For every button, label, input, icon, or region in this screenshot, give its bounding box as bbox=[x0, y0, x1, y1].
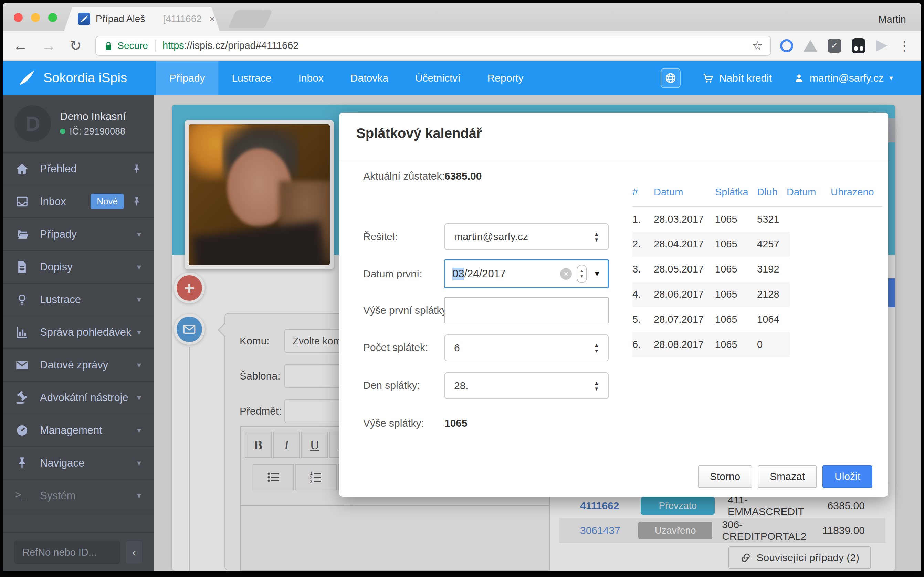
brand-name: Sokordia iSpis bbox=[44, 71, 127, 85]
first-amount-input[interactable] bbox=[444, 297, 609, 324]
sidebar-item-system[interactable]: >_ Systém ▾ bbox=[3, 480, 154, 512]
sail-logo-icon bbox=[16, 70, 37, 86]
tab-title: Případ Aleš bbox=[96, 13, 145, 24]
stepper-icon[interactable]: ▲▼ bbox=[577, 264, 587, 283]
datepicker-dropdown-icon[interactable]: ▼ bbox=[593, 269, 601, 278]
count-select[interactable]: 6 ▲▼ bbox=[444, 334, 609, 361]
traffic-lights bbox=[14, 13, 57, 22]
navbar-right: Nabít kredit martin@sarfy.cz ▾ bbox=[661, 61, 893, 95]
bookmark-star-icon[interactable]: ☆ bbox=[752, 39, 763, 53]
chevron-down-icon: ▾ bbox=[137, 262, 141, 272]
browser-toolbar: ← → ↻ Secure https ://ispis.cz/pripad#41… bbox=[3, 31, 921, 61]
sidebar-item-lustrace[interactable]: Lustrace ▾ bbox=[3, 284, 154, 316]
count-label: Počet splátek: bbox=[363, 342, 428, 353]
forward-icon[interactable]: → bbox=[41, 39, 56, 53]
url-separator bbox=[155, 40, 156, 52]
chevron-down-icon: ▾ bbox=[889, 74, 893, 82]
tab-close-icon[interactable]: × bbox=[209, 14, 215, 24]
back-icon[interactable]: ← bbox=[13, 39, 27, 53]
credit-label: Nabít kredit bbox=[719, 72, 772, 84]
org-ic-line: IČ: 29190088 bbox=[60, 126, 126, 137]
owl-extension-icon[interactable] bbox=[852, 38, 866, 53]
pin-icon[interactable] bbox=[131, 197, 142, 207]
delete-button[interactable]: Smazat bbox=[758, 465, 817, 488]
schedule-row: 4.28.06.2017 10652128 bbox=[632, 282, 790, 307]
save-button[interactable]: Uložit bbox=[822, 465, 872, 488]
org-avatar: D bbox=[15, 105, 51, 142]
lock-icon bbox=[103, 41, 113, 51]
paper-plane-extension-icon[interactable] bbox=[876, 40, 887, 52]
tab-title-secondary: [4111662 bbox=[163, 13, 202, 24]
solver-label: Řešitel: bbox=[363, 231, 397, 243]
app-navbar: Sokordia iSpis Případy Lustrace Inbox Da… bbox=[3, 61, 921, 95]
sidebar-item-dopisy[interactable]: Dopisy ▾ bbox=[3, 251, 154, 284]
sidebar-item-navigace[interactable]: Navigace ▾ bbox=[3, 447, 154, 480]
paid-table: Datum Uhrazeno bbox=[787, 187, 882, 207]
pin-icon bbox=[15, 456, 29, 470]
reload-icon[interactable]: ↻ bbox=[69, 39, 82, 53]
site-favicon-icon bbox=[78, 13, 90, 25]
first-amount-label: Výše první splátky: bbox=[363, 305, 450, 316]
browser-tab[interactable]: Případ Aleš [4111662 × bbox=[64, 7, 220, 31]
nav-item-inbox[interactable]: Inbox bbox=[285, 61, 337, 95]
credit-button[interactable]: Nabít kredit bbox=[703, 72, 772, 84]
tab-strip: Případ Aleš [4111662 × Martin bbox=[3, 3, 921, 31]
terminal-icon: >_ bbox=[15, 489, 29, 503]
schedule-row: 3.28.05.2017 10653192 bbox=[632, 257, 790, 282]
nav-item-ucetnictvi[interactable]: Účetnictví bbox=[402, 61, 474, 95]
paid-header-row: Datum Uhrazeno bbox=[787, 187, 882, 206]
zoom-window-button[interactable] bbox=[48, 13, 57, 22]
amount-value: 1065 bbox=[444, 417, 467, 429]
divider bbox=[339, 160, 888, 160]
close-window-button[interactable] bbox=[14, 13, 23, 22]
amount-label: Výše splátky: bbox=[363, 417, 424, 429]
folder-open-icon bbox=[15, 227, 29, 241]
day-select[interactable]: 28. ▲▼ bbox=[444, 372, 609, 399]
sidebar-item-management[interactable]: Management ▾ bbox=[3, 414, 154, 447]
address-bar[interactable]: Secure https ://ispis.cz/pripad#4111662 … bbox=[95, 36, 771, 56]
user-menu[interactable]: martin@sarfy.cz ▾ bbox=[794, 72, 893, 84]
day-label: Den splátky: bbox=[363, 379, 420, 391]
inbox-icon bbox=[15, 195, 29, 208]
browser-profile-name[interactable]: Martin bbox=[878, 14, 906, 25]
select-arrows-icon: ▲▼ bbox=[594, 342, 599, 354]
browser-window: Případ Aleš [4111662 × Martin ← → ↻ Secu… bbox=[3, 3, 921, 572]
url-text: ://ispis.cz/pripad#4111662 bbox=[184, 40, 299, 51]
user-icon bbox=[794, 73, 804, 83]
modal-title: Splátkový kalendář bbox=[356, 126, 482, 141]
minimize-window-button[interactable] bbox=[31, 13, 40, 22]
new-tab-button[interactable] bbox=[228, 10, 272, 28]
sidebar-item-advokatni-nastroje[interactable]: Advokátní nástroje ▾ bbox=[3, 382, 154, 414]
nav-item-pripady[interactable]: Případy bbox=[156, 61, 218, 95]
balance-value: 6385.00 bbox=[444, 170, 481, 182]
drive-extension-icon[interactable] bbox=[803, 40, 817, 52]
inbox-extension-icon[interactable]: ✓ bbox=[828, 39, 842, 53]
extension-icon[interactable] bbox=[780, 39, 793, 52]
clear-icon[interactable]: × bbox=[560, 268, 572, 280]
sidebar-item-sprava-pohledavek[interactable]: Správa pohledávek ▾ bbox=[3, 316, 154, 349]
sidebar-item-inbox[interactable]: Inbox Nové bbox=[3, 185, 154, 218]
chevron-down-icon: ▾ bbox=[137, 458, 141, 468]
solver-select[interactable]: martin@sarfy.cz ▲▼ bbox=[444, 223, 609, 250]
chrome-menu-icon[interactable]: ⋮ bbox=[898, 38, 911, 53]
language-button[interactable] bbox=[661, 68, 681, 88]
pin-icon[interactable] bbox=[131, 164, 142, 174]
refno-search-input[interactable] bbox=[15, 540, 120, 564]
nav-item-reporty[interactable]: Reporty bbox=[474, 61, 537, 95]
gavel-icon bbox=[15, 391, 29, 405]
schedule-row: 6.28.08.2017 10650 bbox=[632, 332, 790, 357]
sidebar-item-prehled[interactable]: Přehled bbox=[3, 153, 154, 185]
sidebar-item-datove-zpravy[interactable]: Datové zprávy ▾ bbox=[3, 349, 154, 382]
chevron-down-icon: ▾ bbox=[137, 425, 141, 435]
nav-item-datovka[interactable]: Datovka bbox=[337, 61, 402, 95]
sidebar-item-pripady[interactable]: Případy ▾ bbox=[3, 218, 154, 251]
modal-footer: Storno Smazat Uložit bbox=[698, 465, 872, 488]
app-brand[interactable]: Sokordia iSpis bbox=[3, 61, 156, 95]
lightbulb-icon bbox=[15, 293, 29, 306]
first-date-input[interactable]: 03 /24/2017 × ▲▼ ▼ bbox=[444, 259, 609, 288]
sidebar-collapse-button[interactable]: ‹ bbox=[125, 540, 142, 564]
cancel-button[interactable]: Storno bbox=[698, 465, 752, 488]
app-body: D Demo Inkasní IČ: 29190088 Přehled bbox=[3, 95, 921, 572]
nav-item-lustrace[interactable]: Lustrace bbox=[218, 61, 285, 95]
main-content: 4111662 Převzato 411-EMMASCREDIT 6385.00… bbox=[154, 95, 921, 572]
